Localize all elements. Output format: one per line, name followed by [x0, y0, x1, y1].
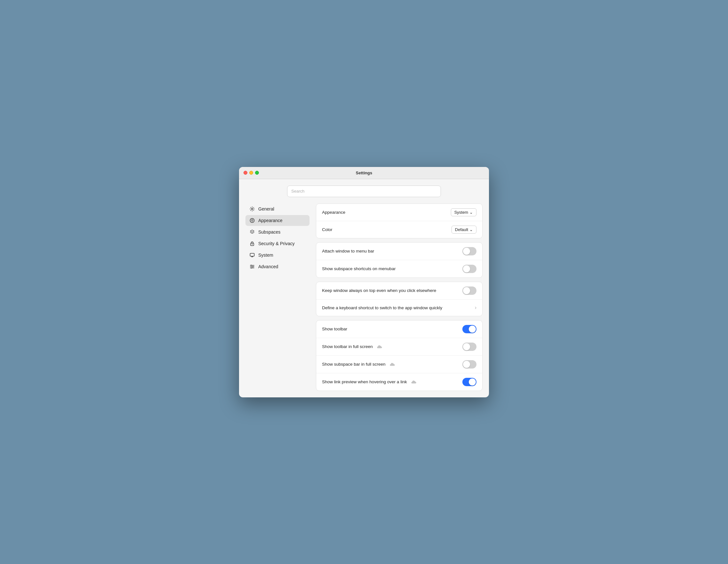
show-toolbar-fullscreen-knob	[463, 343, 470, 350]
show-toolbar-label: Show toolbar	[322, 327, 347, 331]
keep-on-top-label: Keep window always on top even when you …	[322, 288, 436, 293]
settings-window: Settings	[239, 167, 489, 397]
svg-rect-8	[250, 253, 254, 256]
appearance-value: System	[454, 210, 468, 215]
sidebar-item-security[interactable]: Security & Privacy	[245, 238, 310, 249]
close-button[interactable]	[244, 171, 247, 175]
cloud-icon-3	[411, 380, 417, 384]
svg-point-5	[252, 220, 253, 221]
show-toolbar-fullscreen-row: Show toolbar in full screen	[316, 338, 482, 355]
sidebar: General Appearance	[245, 203, 310, 391]
sidebar-item-advanced-label: Advanced	[258, 264, 278, 269]
color-label: Color	[322, 227, 332, 232]
titlebar: Settings	[239, 167, 489, 179]
main-layout: General Appearance	[245, 203, 483, 391]
attach-window-knob	[463, 248, 470, 255]
show-subspace-shortcuts-label: Show subspace shortcuts on menubar	[322, 266, 396, 271]
traffic-lights	[244, 171, 259, 175]
show-toolbar-row: Show toolbar	[316, 320, 482, 338]
sliders-icon	[249, 264, 255, 270]
window-title: Settings	[356, 170, 372, 175]
maximize-button[interactable]	[255, 171, 259, 175]
window-body: General Appearance	[239, 179, 489, 397]
show-subspace-shortcuts-knob	[463, 265, 470, 272]
window-content: General Appearance	[245, 186, 483, 391]
attach-window-label: Attach window to menu bar	[322, 249, 374, 253]
color-value: Default	[455, 227, 468, 232]
appearance-chevron-icon: ⌄	[469, 210, 473, 215]
toolbar-card: Show toolbar Show toolbar in full screen	[316, 320, 483, 391]
appearance-dropdown[interactable]: System ⌄	[451, 208, 476, 216]
minimize-button[interactable]	[249, 171, 253, 175]
search-input[interactable]	[287, 186, 441, 197]
lock-icon	[249, 241, 255, 246]
keep-on-top-row: Keep window always on top even when you …	[316, 282, 482, 299]
sidebar-item-subspaces[interactable]: Subspaces	[245, 227, 310, 237]
layers-icon	[249, 229, 255, 235]
svg-point-4	[252, 220, 253, 220]
cloud-icon	[377, 345, 382, 349]
svg-point-0	[252, 208, 253, 210]
svg-point-14	[251, 267, 252, 268]
show-subspace-bar-knob	[463, 361, 470, 368]
show-link-preview-label: Show link preview when hovering over a l…	[322, 379, 417, 384]
show-toolbar-fullscreen-label: Show toolbar in full screen	[322, 344, 382, 349]
show-link-preview-knob	[469, 378, 476, 386]
show-subspace-shortcuts-toggle[interactable]	[462, 265, 476, 273]
color-row: Color Default ⌄	[316, 221, 482, 238]
menubar-card: Attach window to menu bar Show subspace …	[316, 242, 483, 278]
attach-window-toggle[interactable]	[462, 247, 476, 255]
sidebar-item-general[interactable]: General	[245, 203, 310, 214]
show-toolbar-fullscreen-toggle[interactable]	[462, 343, 476, 351]
color-chevron-icon: ⌄	[469, 227, 473, 232]
window-card: Keep window always on top even when you …	[316, 282, 483, 316]
content-area: Appearance System ⌄ Color Default ⌄	[316, 203, 483, 391]
keyboard-shortcut-label: Define a keyboard shortcut to switch to …	[322, 305, 442, 310]
cloud-icon-2	[390, 362, 395, 366]
sidebar-item-system[interactable]: System	[245, 250, 310, 261]
appearance-row: Appearance System ⌄	[316, 204, 482, 221]
show-toolbar-knob	[469, 326, 476, 333]
svg-point-13	[252, 266, 253, 267]
svg-point-7	[252, 244, 252, 245]
monitor-icon	[249, 252, 255, 258]
sidebar-item-appearance-label: Appearance	[258, 218, 283, 223]
show-subspace-bar-row: Show subspace bar in full screen	[316, 355, 482, 373]
show-subspace-shortcuts-row: Show subspace shortcuts on menubar	[316, 260, 482, 278]
appearance-color-card: Appearance System ⌄ Color Default ⌄	[316, 203, 483, 238]
show-subspace-bar-label: Show subspace bar in full screen	[322, 362, 395, 367]
sidebar-item-general-label: General	[258, 206, 274, 211]
sidebar-item-advanced[interactable]: Advanced	[245, 261, 310, 272]
show-subspace-bar-toggle[interactable]	[462, 360, 476, 369]
palette-icon	[249, 218, 255, 223]
attach-window-row: Attach window to menu bar	[316, 243, 482, 260]
search-row	[245, 186, 483, 197]
appearance-label: Appearance	[322, 210, 345, 215]
show-toolbar-toggle[interactable]	[462, 325, 476, 333]
svg-point-1	[250, 218, 254, 222]
svg-point-3	[252, 219, 252, 220]
sidebar-item-security-label: Security & Privacy	[258, 241, 295, 246]
sidebar-item-appearance[interactable]: Appearance	[245, 215, 310, 226]
keep-on-top-knob	[463, 287, 470, 294]
keyboard-shortcut-chevron-icon: ›	[475, 305, 476, 311]
svg-point-12	[251, 265, 252, 266]
sidebar-item-subspaces-label: Subspaces	[258, 229, 280, 235]
gear-icon	[249, 206, 255, 212]
show-link-preview-toggle[interactable]	[462, 378, 476, 386]
sidebar-item-system-label: System	[258, 253, 273, 258]
keep-on-top-toggle[interactable]	[462, 286, 476, 295]
keyboard-shortcut-row[interactable]: Define a keyboard shortcut to switch to …	[316, 299, 482, 316]
svg-point-2	[251, 220, 252, 220]
color-dropdown[interactable]: Default ⌄	[451, 226, 476, 234]
show-link-preview-row: Show link preview when hovering over a l…	[316, 373, 482, 391]
